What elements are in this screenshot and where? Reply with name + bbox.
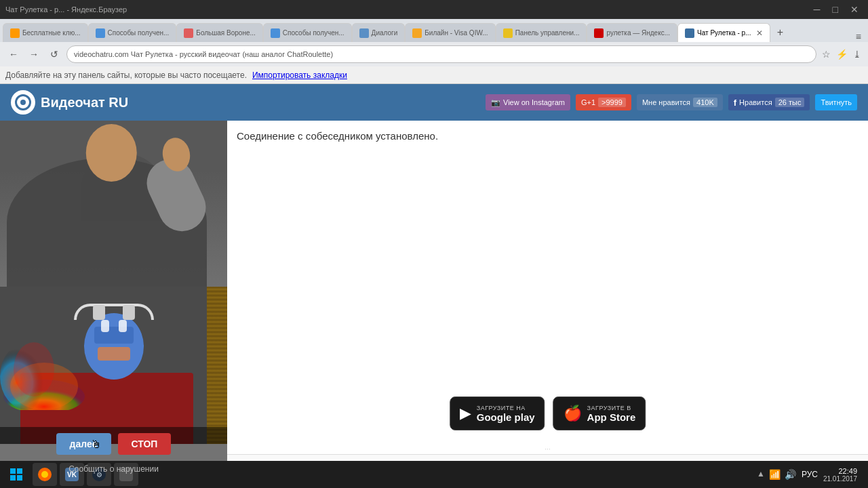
logo-icon xyxy=(11,90,35,115)
tab-8[interactable]: Чат Рулетка - р... ✕ xyxy=(677,23,770,42)
tab-favicon-2 xyxy=(184,28,193,38)
chat-area: Соединение с собеседником установлено. ▶… xyxy=(227,121,868,444)
bookmarks-import-link[interactable]: Импортировать закладки xyxy=(252,70,347,80)
window-title: Чат Рулетка - р... - Яндекс.Браузер xyxy=(5,5,127,14)
tab-1[interactable]: Способы получен... xyxy=(88,23,177,42)
tab-label-7: рулетка — Яндекс... xyxy=(606,29,670,37)
tab-label-0: Бесплатные клю... xyxy=(22,29,81,37)
report-link[interactable]: Сообщить о нарушении xyxy=(68,464,159,474)
google-play-icon: ▶ xyxy=(460,405,471,422)
browser-toolbar: ← → ↺ videochatru.com Чат Рулетка - русс… xyxy=(0,42,868,66)
vk-button[interactable]: Мне нравится 410K xyxy=(637,94,723,110)
google-play-sub: ЗАГРУЗИТЕ НА xyxy=(477,405,535,411)
tab-label-3: Способы получен... xyxy=(283,29,344,37)
tab-label-6: Панель управлени... xyxy=(515,29,580,37)
logo-inner xyxy=(15,94,31,110)
vc1-front-head xyxy=(85,124,136,182)
maximize-button[interactable]: □ xyxy=(829,3,842,16)
tab-label-1: Способы получен... xyxy=(108,29,170,37)
google-plus-button[interactable]: G+1 >9999 xyxy=(576,94,631,110)
tray-chevron[interactable]: ▲ xyxy=(757,469,765,480)
mask-eye-right xyxy=(119,320,127,332)
tab-favicon-8 xyxy=(685,28,694,38)
back-button[interactable]: ← xyxy=(5,46,22,62)
twitter-button[interactable]: Твитнуть xyxy=(815,94,857,110)
tab-label-5: Билайн - Visa QIW... xyxy=(425,29,488,37)
connection-status: Соединение с собеседником установлено. xyxy=(237,130,859,142)
tw-label: Твитнуть xyxy=(821,98,852,106)
svg-rect-7 xyxy=(17,475,22,481)
tab-label-8: Чат Рулетка - р... xyxy=(697,29,751,37)
tab-favicon-5 xyxy=(412,28,422,38)
refresh-button[interactable]: ↺ xyxy=(46,46,62,62)
tab-0[interactable]: Бесплатные клю... xyxy=(3,23,88,42)
app-store-text: Загрузите в App Store xyxy=(587,405,636,423)
next-button[interactable]: далее xyxy=(56,433,111,455)
ig-label: View on Instagram xyxy=(503,98,565,106)
right-panel: Соединение с собеседником установлено. ▶… xyxy=(227,121,868,488)
facebook-button[interactable]: f Нравится 26 тыс xyxy=(728,94,810,110)
vk-label: Мне нравится xyxy=(642,98,690,106)
tab-4[interactable]: Диалоги xyxy=(352,23,406,42)
headphone-right xyxy=(122,305,134,320)
tab-label-2: Большая Вороне... xyxy=(196,29,256,37)
minimize-button[interactable]: ─ xyxy=(810,3,825,16)
tab-favicon-7 xyxy=(594,28,604,38)
google-play-name: Google play xyxy=(477,411,535,423)
volume-icon: 🔊 xyxy=(785,469,796,480)
fb-count: 26 тыс xyxy=(775,98,805,107)
headphones-arc xyxy=(74,304,154,320)
tab-favicon-4 xyxy=(359,28,369,38)
vk-count: 410K xyxy=(693,98,717,107)
site-logo: Видеочат RU xyxy=(11,90,128,115)
address-bar[interactable]: videochatru.com Чат Рулетка - русский ви… xyxy=(66,45,816,63)
apple-icon: 🍎 xyxy=(564,405,582,422)
download-icon[interactable]: ⤓ xyxy=(852,47,863,61)
tab-favicon-3 xyxy=(271,28,280,38)
toolbar-icons: ☆ ⚡ ⤓ xyxy=(821,47,863,61)
tab-label-4: Диалоги xyxy=(372,29,398,37)
browser-tabs: Бесплатные клю... Способы получен... Бол… xyxy=(0,19,868,42)
mask-mouth-area xyxy=(98,347,130,361)
app-badges: ▶ ЗАГРУЗИТЕ НА Google play 🍎 Загрузите в… xyxy=(450,396,646,430)
mask-eye-left xyxy=(101,320,109,332)
app-store-name: App Store xyxy=(587,411,636,423)
google-play-badge[interactable]: ▶ ЗАГРУЗИТЕ НА Google play xyxy=(450,396,545,430)
close-button[interactable]: ✕ xyxy=(846,3,863,16)
local-video xyxy=(0,287,227,444)
tab-6[interactable]: Панель управлени... xyxy=(496,23,587,42)
tab-5[interactable]: Билайн - Visa QIW... xyxy=(405,23,495,42)
app-store-badge[interactable]: 🍎 Загрузите в App Store xyxy=(553,396,646,430)
tab-2[interactable]: Большая Вороне... xyxy=(176,23,263,42)
logo-text: Видеочат RU xyxy=(41,95,128,110)
tray-icons: ▲ 📶 🔊 xyxy=(757,469,796,480)
tab-7[interactable]: рулетка — Яндекс... xyxy=(587,23,677,42)
new-tab-button[interactable]: + xyxy=(770,23,789,42)
mask-head xyxy=(84,313,144,380)
remote-video xyxy=(0,121,227,287)
bookmarks-note: Добавляйте на эту панель сайты, которые … xyxy=(5,70,247,80)
stop-button[interactable]: СТОП xyxy=(118,433,172,455)
browser-titlebar: Чат Рулетка - р... - Яндекс.Браузер ─ □ … xyxy=(0,0,868,19)
video-content-1 xyxy=(0,121,227,287)
forward-button[interactable]: → xyxy=(26,46,42,62)
tray-time: 22:49 xyxy=(823,467,857,475)
tabs-menu-button[interactable]: ≡ xyxy=(852,31,865,42)
report-area: Сообщить о нарушении xyxy=(0,462,227,474)
instagram-button[interactable]: 📷 View on Instagram xyxy=(486,94,570,110)
scroll-indicator: ··· xyxy=(227,444,868,454)
tab-close-8[interactable]: ✕ xyxy=(756,28,763,38)
fb-label: Нравится xyxy=(739,98,772,106)
taskbar-tray: ▲ 📶 🔊 РУС 22:49 21.01.2017 xyxy=(751,467,863,483)
svg-rect-6 xyxy=(10,475,16,481)
network-icon: 📶 xyxy=(769,469,781,480)
tray-lang: РУС xyxy=(802,470,818,479)
tab-3[interactable]: Способы получен... xyxy=(263,23,352,42)
tab-favicon-1 xyxy=(96,28,105,38)
tab-favicon-6 xyxy=(503,28,513,38)
video-content-2 xyxy=(0,287,227,444)
turbo-icon[interactable]: ⚡ xyxy=(835,47,849,61)
star-icon[interactable]: ☆ xyxy=(821,47,832,61)
tray-clock: 22:49 21.01.2017 xyxy=(823,467,857,483)
header-social: 📷 View on Instagram G+1 >9999 Мне нравит… xyxy=(486,94,857,110)
